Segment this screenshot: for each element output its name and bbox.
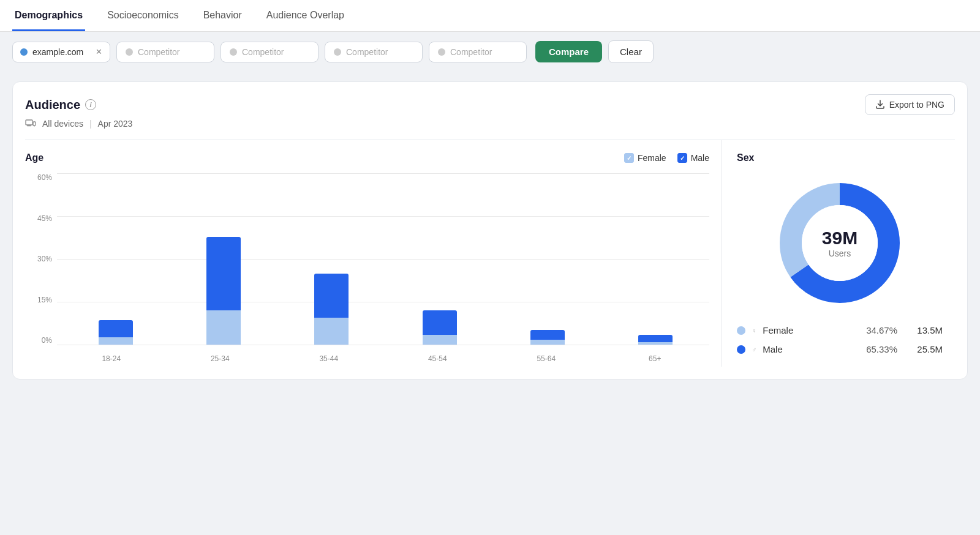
gridlines [57,173,709,345]
devices-label: All devices [42,119,83,129]
age-legend: ✓ Female ✓ Male [624,153,709,163]
male-sex-val: 25.5M [913,344,943,354]
tab-socioeconomics[interactable]: Socioeconomics [105,0,181,31]
bar-group-18-24 [62,173,170,345]
bar-group-65+ [601,173,709,345]
x-label-55-64: 55-64 [492,354,601,363]
tab-audience-overlap[interactable]: Audience Overlap [264,0,347,31]
bar-female-18-24 [99,337,133,345]
export-icon [875,100,885,110]
tabs-bar: Demographics Socioeconomics Behavior Aud… [0,0,980,32]
bar-stack-18-24 [99,320,133,345]
bar-male-55-64 [530,330,565,340]
bar-male-25-34 [206,237,241,310]
export-label: Export to PNG [889,100,944,110]
female-checkbox[interactable]: ✓ [624,153,634,163]
gridline-0 [57,345,709,345]
female-sex-label: Female [763,325,860,335]
tab-demographics[interactable]: Demographics [12,0,85,31]
bar-male-45-54 [423,310,457,335]
age-chart-section: Age ✓ Female ✓ Male [25,140,722,367]
chart-header: Age ✓ Female ✓ Male [25,152,709,163]
female-sex-pct: 34.67% [866,325,897,335]
competitor-chip-4[interactable]: Competitor [429,42,527,62]
age-chart-title: Age [25,152,43,163]
female-check: ✓ [627,155,631,162]
audience-title: Audience [25,98,80,112]
bar-female-25-34 [206,310,241,345]
bar-stack-65+ [638,335,673,345]
male-checkbox[interactable]: ✓ [677,153,687,163]
sex-chart-title: Sex [737,152,943,163]
bar-group-25-34 [170,173,277,345]
date-label: Apr 2023 [98,119,133,129]
donut-center: 39M Users [822,228,858,258]
domain-close-icon[interactable]: ✕ [96,47,102,56]
female-gender-icon: ♀ [752,327,756,334]
male-check: ✓ [680,155,685,162]
clear-button[interactable]: Clear [608,40,654,63]
competitor-placeholder-3: Competitor [346,47,388,57]
info-icon[interactable]: i [85,99,96,110]
main-content: Audience i Export to PNG [0,72,980,389]
sex-chart-section: Sex 39M Users [722,140,955,367]
audience-card: Audience i Export to PNG [12,81,968,380]
y-label-0: 0% [42,336,52,345]
export-button[interactable]: Export to PNG [865,94,955,115]
bar-chart-wrapper: 60% 45% 30% 15% 0% [25,173,709,363]
competitor-chip-3[interactable]: Competitor [325,42,423,62]
competitor-dot-2 [230,48,237,56]
compare-button[interactable]: Compare [535,41,602,62]
domain-name: example.com [32,47,83,57]
bar-stack-45-54 [423,310,457,345]
donut-total: 39M [822,228,858,249]
female-dot [737,326,745,335]
devices-svg [25,119,36,128]
x-label-45-54: 45-54 [383,354,492,363]
svg-rect-0 [26,120,32,125]
x-label-18-24: 18-24 [57,354,166,363]
competitor-placeholder-2: Competitor [242,47,284,57]
competitor-chip-1[interactable]: Competitor [116,42,214,62]
bar-stack-25-34 [206,237,241,345]
svg-rect-3 [34,126,35,127]
female-legend-label: Female [638,153,666,163]
bar-group-35-44 [277,173,385,345]
x-label-35-44: 35-44 [274,354,383,363]
sex-legend: ♀ Female 34.67% 13.5M ♂ Male 65.33% 25.5… [737,325,943,354]
bar-male-65+ [638,335,673,342]
charts-row: Age ✓ Female ✓ Male [25,140,955,367]
competitor-chip-2[interactable]: Competitor [221,42,318,62]
male-legend-label: Male [691,153,709,163]
female-sex-val: 13.5M [913,325,943,335]
bar-female-65+ [638,342,673,345]
male-sex-label: Male [763,344,860,354]
sex-legend-female: ♀ Female 34.67% 13.5M [737,325,943,335]
bars [62,173,709,345]
donut-total-label: Users [822,249,858,258]
bar-group-55-64 [494,173,601,345]
male-sex-pct: 65.33% [866,344,897,354]
competitor-placeholder-1: Competitor [138,47,179,57]
bar-female-35-44 [314,318,349,345]
audience-header: Audience i Export to PNG [25,94,955,115]
y-label-30: 30% [37,255,52,263]
compare-bar: example.com ✕ Competitor Competitor Comp… [0,32,980,72]
bar-stack-35-44 [314,274,349,345]
competitor-dot-4 [438,48,445,56]
svg-rect-1 [27,125,31,126]
chart-area: 18-2425-3435-4445-5455-6465+ [52,173,709,363]
x-labels: 18-2425-3435-4445-5455-6465+ [57,354,709,363]
male-legend-item: ✓ Male [677,153,709,163]
y-label-60: 60% [37,173,52,182]
bar-group-45-54 [386,173,494,345]
domain-chip[interactable]: example.com ✕ [12,42,110,62]
competitor-dot-1 [126,48,133,56]
x-label-65+: 65+ [601,354,710,363]
y-axis: 60% 45% 30% 15% 0% [25,173,52,363]
competitor-dot-3 [334,48,341,56]
competitor-placeholder-4: Competitor [450,47,492,57]
tab-behavior[interactable]: Behavior [201,0,244,31]
devices-icon [25,119,36,128]
svg-rect-2 [33,122,36,125]
